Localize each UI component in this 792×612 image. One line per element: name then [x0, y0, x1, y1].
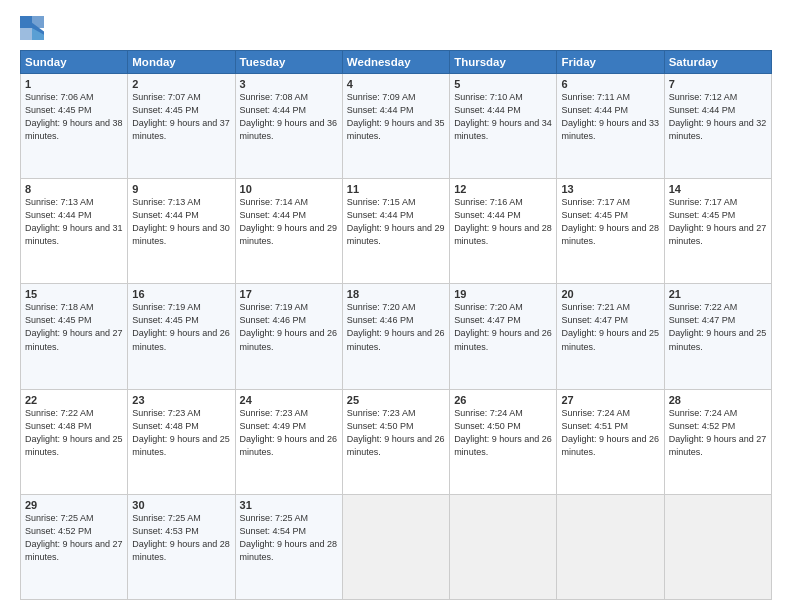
day-info: Sunrise: 7:08 AMSunset: 4:44 PMDaylight:…	[240, 92, 338, 141]
day-info: Sunrise: 7:06 AMSunset: 4:45 PMDaylight:…	[25, 92, 123, 141]
day-info: Sunrise: 7:23 AMSunset: 4:50 PMDaylight:…	[347, 408, 445, 457]
day-info: Sunrise: 7:14 AMSunset: 4:44 PMDaylight:…	[240, 197, 338, 246]
day-number: 27	[561, 394, 659, 406]
day-header-sunday: Sunday	[21, 51, 128, 74]
day-number: 31	[240, 499, 338, 511]
day-cell-21: 21 Sunrise: 7:22 AMSunset: 4:47 PMDaylig…	[664, 284, 771, 389]
day-header-wednesday: Wednesday	[342, 51, 449, 74]
day-cell-7: 7 Sunrise: 7:12 AMSunset: 4:44 PMDayligh…	[664, 74, 771, 179]
day-number: 10	[240, 183, 338, 195]
day-cell-11: 11 Sunrise: 7:15 AMSunset: 4:44 PMDaylig…	[342, 179, 449, 284]
day-number: 18	[347, 288, 445, 300]
day-cell-12: 12 Sunrise: 7:16 AMSunset: 4:44 PMDaylig…	[450, 179, 557, 284]
day-number: 15	[25, 288, 123, 300]
day-info: Sunrise: 7:19 AMSunset: 4:45 PMDaylight:…	[132, 302, 230, 351]
day-number: 28	[669, 394, 767, 406]
day-info: Sunrise: 7:20 AMSunset: 4:47 PMDaylight:…	[454, 302, 552, 351]
day-cell-1: 1 Sunrise: 7:06 AMSunset: 4:45 PMDayligh…	[21, 74, 128, 179]
day-cell-30: 30 Sunrise: 7:25 AMSunset: 4:53 PMDaylig…	[128, 494, 235, 599]
day-info: Sunrise: 7:17 AMSunset: 4:45 PMDaylight:…	[561, 197, 659, 246]
day-number: 16	[132, 288, 230, 300]
day-info: Sunrise: 7:17 AMSunset: 4:45 PMDaylight:…	[669, 197, 767, 246]
day-cell-24: 24 Sunrise: 7:23 AMSunset: 4:49 PMDaylig…	[235, 389, 342, 494]
day-number: 1	[25, 78, 123, 90]
day-cell-28: 28 Sunrise: 7:24 AMSunset: 4:52 PMDaylig…	[664, 389, 771, 494]
day-info: Sunrise: 7:13 AMSunset: 4:44 PMDaylight:…	[132, 197, 230, 246]
empty-cell	[664, 494, 771, 599]
day-number: 23	[132, 394, 230, 406]
day-cell-2: 2 Sunrise: 7:07 AMSunset: 4:45 PMDayligh…	[128, 74, 235, 179]
day-info: Sunrise: 7:18 AMSunset: 4:45 PMDaylight:…	[25, 302, 123, 351]
day-number: 9	[132, 183, 230, 195]
day-cell-9: 9 Sunrise: 7:13 AMSunset: 4:44 PMDayligh…	[128, 179, 235, 284]
day-cell-10: 10 Sunrise: 7:14 AMSunset: 4:44 PMDaylig…	[235, 179, 342, 284]
day-info: Sunrise: 7:21 AMSunset: 4:47 PMDaylight:…	[561, 302, 659, 351]
day-header-saturday: Saturday	[664, 51, 771, 74]
day-cell-19: 19 Sunrise: 7:20 AMSunset: 4:47 PMDaylig…	[450, 284, 557, 389]
day-header-friday: Friday	[557, 51, 664, 74]
day-info: Sunrise: 7:24 AMSunset: 4:52 PMDaylight:…	[669, 408, 767, 457]
day-cell-27: 27 Sunrise: 7:24 AMSunset: 4:51 PMDaylig…	[557, 389, 664, 494]
day-number: 3	[240, 78, 338, 90]
svg-rect-2	[20, 28, 32, 40]
day-info: Sunrise: 7:19 AMSunset: 4:46 PMDaylight:…	[240, 302, 338, 351]
day-info: Sunrise: 7:23 AMSunset: 4:48 PMDaylight:…	[132, 408, 230, 457]
day-cell-8: 8 Sunrise: 7:13 AMSunset: 4:44 PMDayligh…	[21, 179, 128, 284]
day-number: 29	[25, 499, 123, 511]
day-number: 6	[561, 78, 659, 90]
empty-cell	[557, 494, 664, 599]
header	[20, 16, 772, 40]
day-info: Sunrise: 7:25 AMSunset: 4:53 PMDaylight:…	[132, 513, 230, 562]
day-cell-26: 26 Sunrise: 7:24 AMSunset: 4:50 PMDaylig…	[450, 389, 557, 494]
day-cell-14: 14 Sunrise: 7:17 AMSunset: 4:45 PMDaylig…	[664, 179, 771, 284]
day-info: Sunrise: 7:25 AMSunset: 4:54 PMDaylight:…	[240, 513, 338, 562]
day-number: 26	[454, 394, 552, 406]
week-row-3: 15 Sunrise: 7:18 AMSunset: 4:45 PMDaylig…	[21, 284, 772, 389]
week-row-4: 22 Sunrise: 7:22 AMSunset: 4:48 PMDaylig…	[21, 389, 772, 494]
day-info: Sunrise: 7:22 AMSunset: 4:47 PMDaylight:…	[669, 302, 767, 351]
day-number: 13	[561, 183, 659, 195]
day-cell-17: 17 Sunrise: 7:19 AMSunset: 4:46 PMDaylig…	[235, 284, 342, 389]
calendar-header-row: SundayMondayTuesdayWednesdayThursdayFrid…	[21, 51, 772, 74]
day-info: Sunrise: 7:24 AMSunset: 4:50 PMDaylight:…	[454, 408, 552, 457]
empty-cell	[450, 494, 557, 599]
week-row-5: 29 Sunrise: 7:25 AMSunset: 4:52 PMDaylig…	[21, 494, 772, 599]
day-info: Sunrise: 7:22 AMSunset: 4:48 PMDaylight:…	[25, 408, 123, 457]
day-info: Sunrise: 7:07 AMSunset: 4:45 PMDaylight:…	[132, 92, 230, 141]
day-cell-13: 13 Sunrise: 7:17 AMSunset: 4:45 PMDaylig…	[557, 179, 664, 284]
day-info: Sunrise: 7:10 AMSunset: 4:44 PMDaylight:…	[454, 92, 552, 141]
day-info: Sunrise: 7:12 AMSunset: 4:44 PMDaylight:…	[669, 92, 767, 141]
day-number: 7	[669, 78, 767, 90]
day-number: 21	[669, 288, 767, 300]
day-cell-18: 18 Sunrise: 7:20 AMSunset: 4:46 PMDaylig…	[342, 284, 449, 389]
day-cell-22: 22 Sunrise: 7:22 AMSunset: 4:48 PMDaylig…	[21, 389, 128, 494]
day-info: Sunrise: 7:20 AMSunset: 4:46 PMDaylight:…	[347, 302, 445, 351]
day-cell-16: 16 Sunrise: 7:19 AMSunset: 4:45 PMDaylig…	[128, 284, 235, 389]
day-number: 12	[454, 183, 552, 195]
day-info: Sunrise: 7:16 AMSunset: 4:44 PMDaylight:…	[454, 197, 552, 246]
day-cell-3: 3 Sunrise: 7:08 AMSunset: 4:44 PMDayligh…	[235, 74, 342, 179]
day-cell-29: 29 Sunrise: 7:25 AMSunset: 4:52 PMDaylig…	[21, 494, 128, 599]
day-header-thursday: Thursday	[450, 51, 557, 74]
day-info: Sunrise: 7:24 AMSunset: 4:51 PMDaylight:…	[561, 408, 659, 457]
day-number: 17	[240, 288, 338, 300]
calendar-table: SundayMondayTuesdayWednesdayThursdayFrid…	[20, 50, 772, 600]
day-header-monday: Monday	[128, 51, 235, 74]
day-cell-20: 20 Sunrise: 7:21 AMSunset: 4:47 PMDaylig…	[557, 284, 664, 389]
logo	[20, 16, 48, 40]
day-info: Sunrise: 7:23 AMSunset: 4:49 PMDaylight:…	[240, 408, 338, 457]
day-header-tuesday: Tuesday	[235, 51, 342, 74]
day-info: Sunrise: 7:13 AMSunset: 4:44 PMDaylight:…	[25, 197, 123, 246]
day-number: 5	[454, 78, 552, 90]
day-number: 30	[132, 499, 230, 511]
day-info: Sunrise: 7:25 AMSunset: 4:52 PMDaylight:…	[25, 513, 123, 562]
day-cell-15: 15 Sunrise: 7:18 AMSunset: 4:45 PMDaylig…	[21, 284, 128, 389]
day-cell-31: 31 Sunrise: 7:25 AMSunset: 4:54 PMDaylig…	[235, 494, 342, 599]
day-cell-25: 25 Sunrise: 7:23 AMSunset: 4:50 PMDaylig…	[342, 389, 449, 494]
day-info: Sunrise: 7:09 AMSunset: 4:44 PMDaylight:…	[347, 92, 445, 141]
week-row-1: 1 Sunrise: 7:06 AMSunset: 4:45 PMDayligh…	[21, 74, 772, 179]
day-number: 4	[347, 78, 445, 90]
day-number: 24	[240, 394, 338, 406]
day-number: 19	[454, 288, 552, 300]
svg-rect-0	[20, 16, 32, 28]
